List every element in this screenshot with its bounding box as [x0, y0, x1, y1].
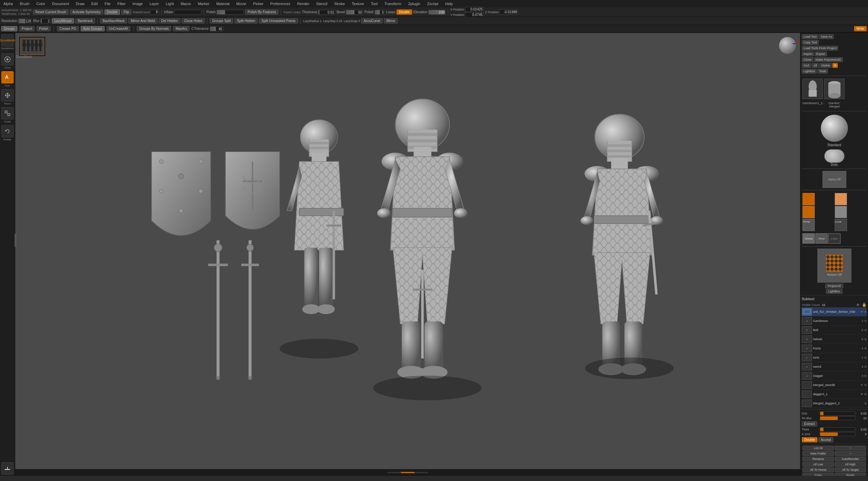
alpha-preview[interactable]: Alpha Off [823, 171, 846, 188]
double-button[interactable]: Double [105, 9, 120, 15]
subtool-gear-gambeson[interactable]: ⚙ [864, 320, 867, 323]
sym-btn[interactable]: LSym [828, 233, 841, 244]
menu-transform[interactable]: Transform [383, 1, 403, 6]
tool-thumb-2[interactable] [824, 79, 845, 99]
subtool-item-gambeson[interactable]: 3 Gambeson 3 ⚙ [802, 316, 867, 326]
stamp-btn[interactable]: Stamp [802, 233, 815, 244]
lightbox2-button[interactable]: LightBox [826, 289, 843, 294]
subtool-item-dagger[interactable]: 3 Dagger 3 ⚙ [802, 371, 867, 381]
arrow-up-button[interactable]: ↑ [835, 446, 866, 450]
color-btn-2[interactable] [835, 193, 847, 205]
move-button[interactable] [1, 89, 14, 101]
all-to-home-button[interactable]: All To Home [802, 467, 834, 472]
arrow-right-button[interactable]: → [835, 451, 866, 456]
goz-button[interactable]: GoZ [802, 63, 811, 68]
subtool-item-sword[interactable]: 4 sword 4 ⚙ [802, 362, 867, 371]
bevel-slider[interactable]: 50 [346, 10, 363, 15]
floor-button[interactable] [1, 462, 14, 475]
eye-icon[interactable]: 👁 [856, 303, 860, 307]
rotate-button[interactable] [1, 125, 14, 137]
accept-button[interactable]: Accept [818, 437, 834, 442]
menu-help[interactable]: Help [444, 1, 454, 6]
lightbox-button[interactable]: Lightbox [802, 69, 817, 74]
s-smt-slider[interactable] [820, 432, 855, 436]
menu-preferences[interactable]: Preferences [269, 1, 292, 6]
menu-marker[interactable]: Marker [197, 1, 211, 6]
loops-double-button[interactable]: Double [396, 9, 412, 15]
menu-material[interactable]: Material [215, 1, 231, 6]
polish-count-slider[interactable]: 5 [375, 10, 385, 15]
persp-btn[interactable]: Persp [802, 219, 815, 231]
flip-button[interactable]: Flip [121, 9, 131, 15]
menu-document[interactable]: Document [51, 1, 70, 6]
menu-draw[interactable]: Draw [74, 1, 86, 6]
menu-zscript[interactable]: Zscript [426, 1, 440, 6]
pa-blur-slider[interactable] [820, 416, 855, 420]
left-panel-resize-handle[interactable] [15, 234, 17, 247]
subtool-gear-pants[interactable]: ⚙ [864, 347, 867, 350]
groups-split-button[interactable]: Groups Split [210, 18, 233, 23]
max-ars-button[interactable]: MaxArs [173, 26, 189, 31]
menu-image[interactable]: Image [131, 1, 144, 6]
save-as-button[interactable]: Save As [819, 34, 834, 39]
new-folder-button[interactable]: New Folder [802, 451, 834, 456]
tools-button[interactable]: Tools [817, 69, 828, 74]
visible-button[interactable]: Visible [819, 63, 832, 68]
texture-off-box[interactable]: Texture Off [817, 249, 851, 283]
dots-preview[interactable] [824, 149, 845, 163]
menu-edit[interactable]: Edit [90, 1, 99, 6]
project-all-button[interactable]: ProjectAll [825, 284, 843, 288]
double-setting-button[interactable]: Double [802, 437, 817, 442]
subtool-gear-merged-sword8[interactable]: ⚙ [864, 384, 867, 387]
subtool-eye-merged-sword8[interactable]: 👁 [861, 384, 863, 387]
subtool-gear-sword[interactable]: ⚙ [864, 365, 867, 368]
subtool-item-merged-sword8[interactable]: Merged_sword8 👁 ⚙ [802, 381, 867, 390]
menu-movie[interactable]: Movie [235, 1, 247, 6]
auto-reorder-button[interactable]: AutoReorder [835, 457, 866, 461]
accu-curve-button[interactable]: AccuCurve [361, 18, 383, 23]
polish-by-features-button[interactable]: Polish By Features [245, 9, 278, 15]
menu-zplugin[interactable]: Zplugin [407, 1, 422, 6]
subtool-gear-helmet[interactable]: ⚙ [864, 338, 867, 341]
edit-button[interactable] [1, 71, 14, 83]
resolution-slider[interactable]: 128 [18, 19, 32, 23]
extract-button[interactable]: Extract [802, 421, 817, 426]
color-btn-4[interactable] [835, 206, 847, 218]
subtool-item-belt[interactable]: 6 Belt 6 ⚙ [802, 326, 867, 335]
color-btn-3[interactable] [802, 206, 815, 218]
z-pos-input[interactable] [499, 9, 518, 15]
mirror-button[interactable]: Mirror [384, 18, 398, 23]
groups-button[interactable]: Groups [1, 26, 17, 31]
floor-btn[interactable]: Floor [815, 233, 828, 244]
import-button[interactable]: Import [802, 52, 814, 56]
copy-tool-button[interactable]: Copy Tool [802, 40, 819, 45]
draw-button[interactable] [1, 53, 14, 65]
menu-color[interactable]: Color [35, 1, 47, 6]
subtool-eye-dagger3[interactable]: 👁 [861, 393, 863, 396]
auto-groups-button[interactable]: Auto Groups [81, 26, 105, 31]
tool-thumb-1[interactable] [802, 79, 823, 99]
viewport[interactable]: DynaMesh [15, 33, 800, 476]
menu-stencil[interactable]: Stencil [315, 1, 329, 6]
activate-symmetry-button[interactable]: Activate Symmetry [70, 9, 103, 15]
menu-light[interactable]: Light [164, 1, 175, 6]
elevation-slider[interactable]: 100 [428, 10, 445, 15]
menu-layer[interactable]: Layer [148, 1, 161, 6]
backface-mask-button[interactable]: BackfaceMask [100, 18, 127, 23]
list-all-button[interactable]: List All [802, 446, 834, 450]
load-tool-button[interactable]: Load Tool [802, 34, 818, 39]
material-preview-sphere[interactable] [821, 115, 848, 142]
subtool-item-merged-dagger4[interactable]: Merged_dagger4_2 ⚙ [802, 399, 867, 408]
close-holes-button[interactable]: Close Holes [182, 18, 205, 23]
r-shortcut-button[interactable]: R [832, 63, 838, 68]
inflate-slider[interactable] [174, 10, 201, 15]
all-to-target-button[interactable]: All To Target [835, 467, 866, 472]
clone-button[interactable]: Clone [802, 57, 813, 62]
menu-brush[interactable]: Brush [18, 1, 31, 6]
copy-button[interactable]: Copy [802, 473, 834, 476]
subtool-gear-tunic[interactable]: ⚙ [864, 356, 867, 359]
uncrease-all-button[interactable]: UnCreaseAll [107, 26, 130, 31]
ct-tolerance-slider[interactable]: 45 [210, 26, 223, 31]
del-hidden-button[interactable]: Del Hidden [159, 18, 180, 23]
paste-button[interactable]: Paste [835, 473, 866, 476]
